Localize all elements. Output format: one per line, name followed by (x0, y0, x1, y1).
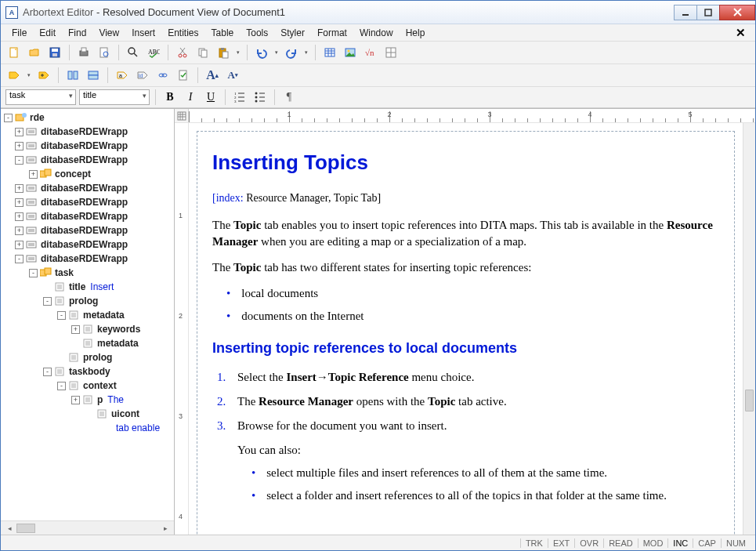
tree-node[interactable]: -ditabaseRDEWrapp (1, 252, 174, 266)
menu-styler[interactable]: Styler (274, 26, 311, 40)
table-icon[interactable] (321, 44, 338, 61)
menu-help[interactable]: Help (400, 26, 432, 40)
document-close-icon[interactable]: ✕ (736, 26, 751, 40)
id-icon[interactable]: id (134, 67, 151, 84)
tree-node[interactable]: -rde (1, 111, 174, 125)
image-icon[interactable] (342, 44, 359, 61)
tree-node[interactable]: -task (1, 266, 174, 280)
status-ext[interactable]: EXT (548, 538, 574, 548)
status-trk[interactable]: TRK (520, 538, 548, 548)
tree-node[interactable]: prolog (1, 350, 174, 364)
svg-text:3: 3 (234, 100, 237, 103)
body-area: -rde+ditabaseRDEWrapp+ditabaseRDEWrapp-d… (1, 108, 755, 535)
tree-node[interactable]: -metadata (1, 308, 174, 322)
tree-node[interactable]: +ditabaseRDEWrapp (1, 237, 174, 252)
underline-button[interactable]: U (202, 89, 219, 105)
toolbar-2: ▾ a id A▴ A▾ (1, 64, 755, 87)
tree-node[interactable]: -taskbody (1, 364, 174, 379)
print-preview-icon[interactable] (96, 44, 113, 61)
menu-find[interactable]: Find (62, 26, 92, 40)
minimize-button[interactable] (674, 5, 697, 20)
svg-point-53 (255, 96, 258, 99)
menu-tools[interactable]: Tools (240, 26, 274, 40)
status-inc[interactable]: INC (667, 538, 693, 548)
tree-node[interactable]: +ditabaseRDEWrapp (1, 195, 174, 209)
find-icon[interactable] (125, 44, 142, 61)
tree-node[interactable]: -context (1, 379, 174, 393)
new-icon[interactable] (5, 44, 23, 61)
menu-file[interactable]: File (5, 26, 33, 40)
tree-node[interactable]: uicont (1, 407, 174, 421)
attr-yellow-icon[interactable]: a (114, 67, 131, 84)
print-icon[interactable] (75, 44, 92, 61)
tree-node[interactable]: +ditabaseRDEWrapp (1, 209, 174, 223)
document-vertical-scrollbar[interactable] (743, 123, 755, 535)
tree-node[interactable]: metadata (1, 336, 174, 350)
redo-dropdown-icon[interactable]: ▾ (303, 49, 309, 56)
menu-table[interactable]: Table (205, 26, 241, 40)
tree-node[interactable]: +keywords (1, 322, 174, 336)
menu-window[interactable]: Window (353, 26, 400, 40)
redo-icon[interactable] (283, 44, 300, 61)
save-icon[interactable] (46, 44, 63, 61)
tag-yellow-icon[interactable] (5, 67, 23, 84)
join-icon[interactable] (85, 67, 102, 84)
status-cap[interactable]: CAP (693, 538, 721, 548)
status-num[interactable]: NUM (721, 538, 751, 548)
doc-h1: Inserting Topics (212, 148, 719, 176)
svg-rect-70 (45, 169, 51, 176)
open-icon[interactable] (26, 44, 43, 61)
tree-node[interactable]: +pThe (1, 393, 174, 407)
paste-icon[interactable] (215, 44, 232, 61)
menu-edit[interactable]: Edit (33, 26, 62, 40)
symbol-icon[interactable] (382, 44, 400, 61)
undo-icon[interactable] (253, 44, 270, 61)
font-large-icon[interactable]: A▴ (204, 67, 221, 84)
close-button[interactable] (719, 5, 755, 20)
tree-node[interactable]: +ditabaseRDEWrapp (1, 139, 174, 153)
validate-icon[interactable] (175, 67, 192, 84)
context-combo[interactable]: task (5, 89, 76, 105)
svg-rect-22 (221, 48, 224, 50)
structure-tree[interactable]: -rde+ditabaseRDEWrapp+ditabaseRDEWrapp-d… (1, 109, 174, 520)
svg-rect-20 (201, 50, 207, 57)
maximize-button[interactable] (696, 5, 720, 20)
tree-node[interactable]: +ditabaseRDEWrapp (1, 181, 174, 195)
doc-p1: The Topic tab enables you to insert topi… (212, 217, 719, 250)
tree-node[interactable]: -ditabaseRDEWrapp (1, 153, 174, 167)
numbered-list-icon[interactable]: 123 (231, 89, 248, 105)
tree-node[interactable]: +ditabaseRDEWrapp (1, 223, 174, 237)
status-read[interactable]: READ (603, 538, 638, 548)
menu-format[interactable]: Format (311, 26, 353, 40)
tag-insert-icon[interactable] (35, 67, 52, 84)
menu-entities[interactable]: Entities (161, 26, 204, 40)
cut-icon[interactable] (174, 44, 191, 61)
italic-button[interactable]: I (182, 89, 199, 105)
svg-rect-45 (179, 71, 186, 80)
bold-button[interactable]: B (161, 89, 179, 105)
svg-rect-7 (52, 53, 57, 56)
link-icon[interactable] (154, 67, 172, 84)
svg-rect-80 (27, 227, 36, 234)
tree-horizontal-scrollbar[interactable]: ◂▸ (1, 520, 174, 535)
tree-node[interactable]: +concept (1, 167, 174, 181)
bullet-list-icon[interactable] (251, 89, 269, 105)
undo-dropdown-icon[interactable]: ▾ (273, 49, 280, 56)
spellcheck-icon[interactable]: ABC (145, 44, 162, 61)
element-combo[interactable]: title (79, 89, 150, 105)
tree-node[interactable]: tab enable (1, 421, 174, 435)
split-icon[interactable] (64, 67, 81, 84)
pilcrow-icon[interactable]: ¶ (280, 89, 298, 105)
status-ovr[interactable]: OVR (574, 538, 603, 548)
tree-node[interactable]: -prolog (1, 294, 174, 308)
status-mod[interactable]: MOD (638, 538, 668, 548)
font-small-icon[interactable]: A▾ (224, 67, 241, 84)
paste-dropdown-icon[interactable]: ▾ (235, 49, 241, 56)
tree-node[interactable]: +ditabaseRDEWrapp (1, 125, 174, 139)
copy-icon[interactable] (194, 44, 212, 61)
equation-icon[interactable]: √n (362, 44, 379, 61)
menu-view[interactable]: View (92, 26, 125, 40)
menu-insert[interactable]: Insert (125, 26, 161, 40)
tree-node[interactable]: titleInsert (1, 280, 174, 294)
document-content[interactable]: Inserting Topics [index: Resource Manage… (189, 123, 743, 535)
